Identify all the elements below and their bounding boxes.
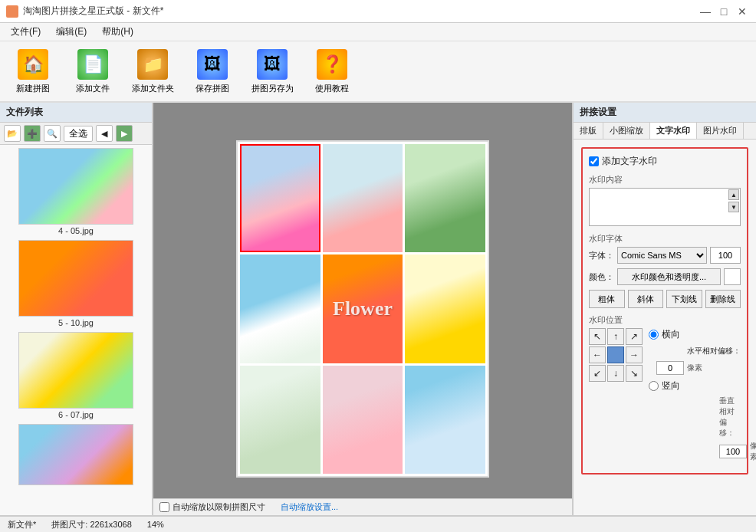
auto-resize-checkbox[interactable] (159, 502, 169, 512)
photo-cell-4[interactable] (240, 255, 320, 363)
scroll-down-btn[interactable]: ▼ (728, 202, 739, 212)
strikethrough-button[interactable]: 删除线 (705, 290, 741, 308)
bottom-bar: 自动缩放以限制拼图尺寸 自动缩放设置... (153, 498, 572, 515)
saveas-icon: 🖼 (257, 49, 288, 80)
pos-tc[interactable]: ↑ (607, 328, 624, 345)
photo-cell-1[interactable] (240, 144, 320, 252)
list-item[interactable] (3, 424, 149, 485)
sidebar-title: 文件列表 (6, 106, 43, 119)
photo-cell-2[interactable] (323, 144, 403, 252)
list-item[interactable]: 4 - 05.jpg (3, 148, 149, 235)
underline-button[interactable]: 下划线 (666, 290, 702, 308)
new-button[interactable]: 🏠 新建拼图 (6, 45, 60, 97)
thumb-1 (18, 148, 133, 225)
pos-tr[interactable]: ↗ (626, 328, 643, 345)
maximize-button[interactable]: □ (716, 4, 731, 19)
add-watermark-row[interactable]: 添加文字水印 (589, 155, 741, 168)
bold-button[interactable]: 粗体 (589, 290, 625, 308)
new-icon: 🏠 (18, 49, 48, 80)
pos-bl[interactable]: ↙ (589, 365, 606, 382)
status-dimensions: 拼图尺寸: 2261x3068 (51, 519, 132, 530)
minimize-button[interactable]: — (698, 4, 713, 19)
add-folder-label: 添加文件夹 (132, 83, 174, 94)
v-radio-row: 竖向 (649, 379, 741, 392)
menu-edit[interactable]: 编辑(E) (48, 24, 94, 40)
scroll-controls: ▲ ▼ (728, 189, 739, 212)
tab-image-watermark[interactable]: 图片水印 (697, 123, 744, 139)
h-offset-row: 横向 (649, 328, 741, 341)
menu-help[interactable]: 帮助(H) (94, 24, 141, 40)
thumb-4 (18, 424, 133, 485)
font-size-input[interactable] (710, 247, 741, 264)
sidebar-right-btn[interactable]: ▶ (116, 125, 133, 142)
content-label: 水印内容 (589, 174, 741, 186)
menubar: 文件(F) 编辑(E) 帮助(H) (0, 23, 756, 41)
font-prefix-label: 字体： (589, 250, 614, 261)
v-offset-section: 垂直相对偏移： 像素 (589, 396, 741, 462)
panel-header: 拼接设置 (574, 103, 756, 123)
titlebar-controls[interactable]: — □ ✕ (698, 4, 750, 19)
menu-file[interactable]: 文件(F) (3, 24, 48, 40)
direction-offset: 横向 水平相对偏移： 像素 竖向 (649, 328, 741, 392)
add-watermark-checkbox[interactable] (589, 156, 599, 166)
canvas-grid: Flower (236, 140, 489, 478)
app-icon (6, 5, 18, 18)
photo-cell-9[interactable] (405, 366, 485, 474)
titlebar-title: 淘淘图片拼接之星正式版 - 新文件* (23, 5, 163, 18)
photo-cell-7[interactable] (240, 366, 320, 474)
pos-bc[interactable]: ↓ (607, 365, 624, 382)
main-layout: 文件列表 📂 ➕ 🔍 全选 ◀ ▶ 4 - 05.jpg 5 - 10.jpg … (0, 103, 756, 515)
pos-ml[interactable]: ← (589, 346, 606, 363)
font-row: 字体： Comic Sans MS Arial Times New Roman (589, 247, 741, 264)
pos-tl[interactable]: ↖ (589, 328, 606, 345)
color-row: 颜色： 水印颜色和透明度... (589, 268, 741, 285)
sidebar-add-btn[interactable]: ➕ (24, 125, 41, 142)
sidebar-header: 文件列表 (0, 103, 152, 123)
scroll-up-btn[interactable]: ▲ (728, 189, 739, 200)
h-unit: 像素 (687, 363, 702, 373)
save-as-button[interactable]: 🖼 拼图另存为 (245, 45, 299, 97)
sidebar-toolbar: 📂 ➕ 🔍 全选 ◀ ▶ (0, 123, 152, 145)
auto-resize-link[interactable]: 自动缩放设置... (281, 501, 338, 513)
add-folder-button[interactable]: 📁 添加文件夹 (126, 45, 179, 97)
tab-thumbnail[interactable]: 小图缩放 (603, 123, 650, 139)
v-offset-input[interactable] (719, 445, 747, 458)
select-all-button[interactable]: 全选 (64, 126, 93, 142)
sidebar-left-btn[interactable]: ◀ (96, 125, 113, 142)
add-file-label: 添加文件 (76, 83, 110, 94)
photo-cell-6[interactable] (405, 255, 485, 363)
color-picker-button[interactable]: 水印颜色和透明度... (617, 268, 721, 285)
watermark-content-input[interactable] (589, 188, 741, 226)
position-grid: ↖ ↑ ↗ ← → ↙ ↓ ↘ (589, 328, 643, 382)
save-button[interactable]: 🖼 保存拼图 (186, 45, 239, 97)
list-item[interactable]: 5 - 10.jpg (3, 240, 149, 327)
add-file-button[interactable]: 📄 添加文件 (66, 45, 120, 97)
close-button[interactable]: ✕ (735, 4, 750, 19)
pos-mc[interactable] (607, 346, 624, 363)
add-file-icon: 📄 (77, 49, 108, 80)
save-as-label: 拼图另存为 (251, 83, 294, 94)
photo-cell-5[interactable]: Flower (323, 255, 403, 363)
font-select[interactable]: Comic Sans MS Arial Times New Roman (617, 247, 707, 264)
h-offset-input[interactable] (656, 361, 684, 375)
tab-text-watermark[interactable]: 文字水印 (650, 123, 697, 139)
sidebar-open-btn[interactable]: 📂 (4, 125, 21, 142)
tutorial-button[interactable]: ❓ 使用教程 (305, 45, 359, 97)
list-item[interactable]: 6 - 07.jpg (3, 332, 149, 419)
italic-button[interactable]: 斜体 (628, 290, 664, 308)
photo-cell-3[interactable] (405, 144, 485, 252)
vertical-radio[interactable] (649, 381, 659, 391)
statusbar: 新文件* 拼图尺寸: 2261x3068 14% (0, 515, 756, 532)
save-icon: 🖼 (197, 49, 228, 80)
tab-layout[interactable]: 排版 (574, 123, 603, 139)
sidebar-search-btn[interactable]: 🔍 (44, 125, 61, 142)
panel-tabs: 排版 小图缩放 文字水印 图片水印 (574, 123, 756, 140)
horizontal-label: 横向 (662, 328, 680, 341)
photo-cell-8[interactable] (323, 366, 403, 474)
pos-mr[interactable]: → (626, 346, 643, 363)
pos-br[interactable]: ↘ (626, 365, 643, 382)
auto-resize-label: 自动缩放以限制拼图尺寸 (173, 501, 265, 513)
auto-resize-checkbox-row[interactable]: 自动缩放以限制拼图尺寸 (159, 501, 265, 513)
horizontal-radio[interactable] (649, 330, 659, 340)
item-label-2: 5 - 10.jpg (58, 318, 94, 327)
